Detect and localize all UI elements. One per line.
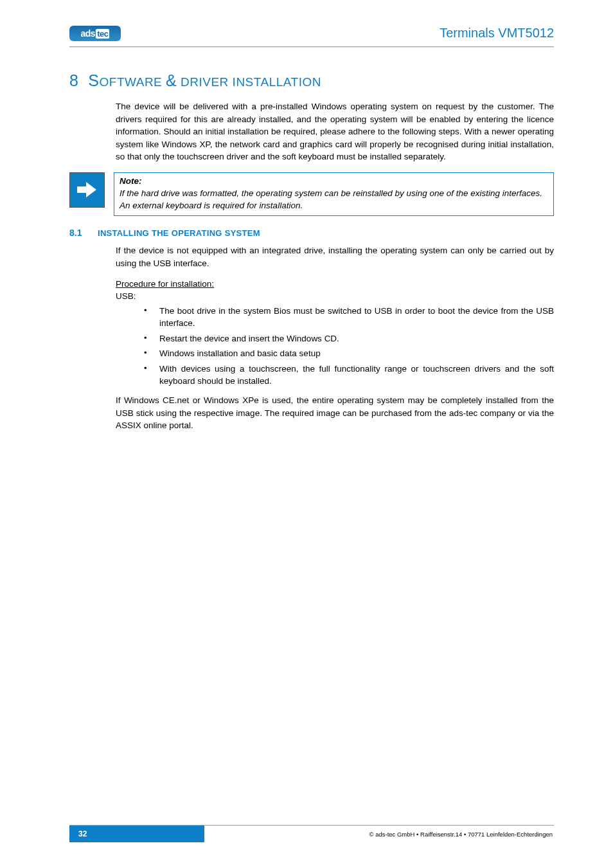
list-item: Windows installation and basic data setu…: [141, 347, 554, 360]
section-para-2: If Windows CE.net or Windows XPe is used…: [116, 394, 554, 432]
copyright-text: © ads-tec GmbH • Raiffeisenstr.14 • 7077…: [204, 826, 554, 842]
list-item: The boot drive in the system Bios must b…: [141, 305, 554, 330]
header-title: Terminals VMT5012: [440, 26, 554, 41]
note-line-1: If the hard drive was formatted, the ope…: [120, 188, 548, 200]
list-item: Restart the device and insert the Window…: [141, 332, 554, 345]
section-heading-row: 8.1 INSTALLING THE OPERATING SYSTEM: [69, 228, 554, 238]
chapter-heading: 8 SOFTWARE & DRIVER INSTALLATION: [69, 71, 554, 90]
procedure-heading: Procedure for installation:: [116, 279, 554, 289]
section-number: 8.1: [69, 228, 98, 238]
page-footer: 32 © ads-tec GmbH • Raiffeisenstr.14 • 7…: [69, 825, 554, 842]
note-heading: Note:: [120, 176, 548, 188]
page-number: 32: [69, 826, 204, 842]
arrow-right-icon: [69, 172, 105, 208]
section-para-1: If the device is not equipped with an in…: [116, 244, 554, 269]
chapter-intro: The device will be delivered with a pre-…: [116, 100, 554, 163]
usb-label: USB:: [116, 291, 554, 301]
logo-part-a: ads: [81, 28, 96, 39]
logo-part-b: tec: [96, 29, 109, 39]
section-heading: INSTALLING THE OPERATING SYSTEM: [98, 228, 260, 238]
page-header: adstec Terminals VMT5012: [0, 26, 613, 41]
note-callout: Note: If the hard drive was formatted, t…: [69, 172, 554, 217]
brand-logo: adstec: [69, 26, 121, 41]
note-line-2: An external keyboard is required for ins…: [120, 200, 548, 212]
procedure-list: The boot drive in the system Bios must b…: [141, 305, 554, 388]
list-item: With devices using a touchscreen, the fu…: [141, 363, 554, 388]
note-box: Note: If the hard drive was formatted, t…: [114, 172, 554, 217]
